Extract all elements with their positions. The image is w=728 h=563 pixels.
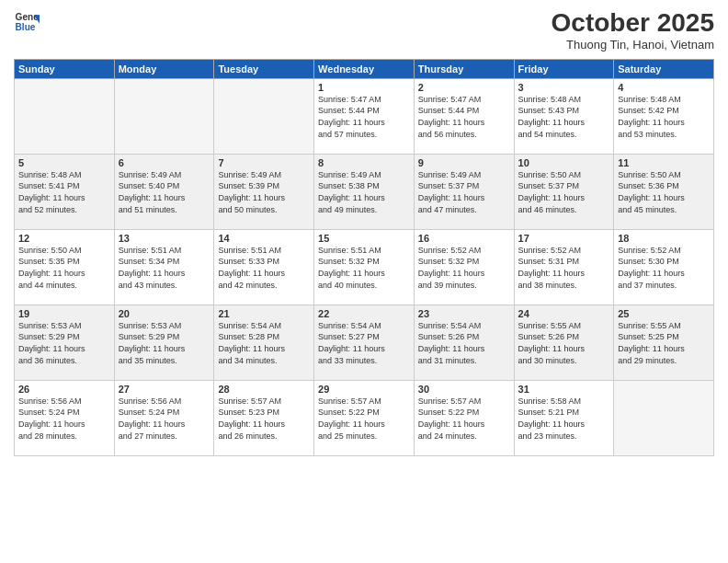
table-row: 4Sunrise: 5:48 AM Sunset: 5:42 PM Daylig…: [614, 78, 714, 154]
day-info: Sunrise: 5:55 AM Sunset: 5:26 PM Dayligh…: [518, 320, 610, 366]
table-row: 9Sunrise: 5:49 AM Sunset: 5:37 PM Daylig…: [414, 154, 514, 229]
table-row: [15, 78, 115, 154]
day-info: Sunrise: 5:51 AM Sunset: 5:34 PM Dayligh…: [119, 245, 210, 291]
table-row: 19Sunrise: 5:53 AM Sunset: 5:29 PM Dayli…: [15, 304, 115, 380]
day-info: Sunrise: 5:54 AM Sunset: 5:27 PM Dayligh…: [318, 320, 410, 366]
title-block: October 2025 Thuong Tin, Hanoi, Vietnam: [552, 9, 714, 52]
svg-text:Blue: Blue: [16, 22, 36, 32]
day-number: 13: [119, 233, 210, 244]
table-row: 22Sunrise: 5:54 AM Sunset: 5:27 PM Dayli…: [314, 304, 415, 380]
calendar-week-row: 26Sunrise: 5:56 AM Sunset: 5:24 PM Dayli…: [15, 380, 714, 455]
day-number: 22: [318, 308, 410, 319]
col-friday: Friday: [514, 59, 614, 78]
day-info: Sunrise: 5:54 AM Sunset: 5:28 PM Dayligh…: [218, 320, 310, 366]
table-row: [614, 380, 714, 455]
day-info: Sunrise: 5:57 AM Sunset: 5:22 PM Dayligh…: [318, 396, 410, 442]
day-info: Sunrise: 5:47 AM Sunset: 5:44 PM Dayligh…: [318, 94, 410, 140]
day-number: 6: [119, 157, 210, 168]
day-number: 31: [518, 384, 610, 395]
table-row: 13Sunrise: 5:51 AM Sunset: 5:34 PM Dayli…: [114, 229, 214, 304]
calendar-table: Sunday Monday Tuesday Wednesday Thursday…: [14, 59, 714, 456]
day-number: 8: [318, 157, 410, 168]
day-number: 23: [418, 308, 510, 319]
day-number: 26: [18, 384, 110, 395]
col-thursday: Thursday: [414, 59, 514, 78]
col-monday: Monday: [114, 59, 214, 78]
table-row: 21Sunrise: 5:54 AM Sunset: 5:28 PM Dayli…: [214, 304, 314, 380]
day-number: 30: [418, 384, 510, 395]
day-number: 20: [119, 308, 210, 319]
table-row: 17Sunrise: 5:52 AM Sunset: 5:31 PM Dayli…: [514, 229, 614, 304]
table-row: 28Sunrise: 5:57 AM Sunset: 5:23 PM Dayli…: [214, 380, 314, 455]
table-row: 30Sunrise: 5:57 AM Sunset: 5:22 PM Dayli…: [414, 380, 514, 455]
table-row: 8Sunrise: 5:49 AM Sunset: 5:38 PM Daylig…: [314, 154, 415, 229]
logo-icon: General Blue: [14, 9, 40, 35]
table-row: [114, 78, 214, 154]
day-info: Sunrise: 5:48 AM Sunset: 5:42 PM Dayligh…: [618, 94, 710, 140]
day-info: Sunrise: 5:49 AM Sunset: 5:38 PM Dayligh…: [318, 169, 410, 215]
day-number: 21: [218, 308, 310, 319]
table-row: 12Sunrise: 5:50 AM Sunset: 5:35 PM Dayli…: [15, 229, 115, 304]
day-info: Sunrise: 5:50 AM Sunset: 5:37 PM Dayligh…: [518, 169, 610, 215]
table-row: 31Sunrise: 5:58 AM Sunset: 5:21 PM Dayli…: [514, 380, 614, 455]
calendar-week-row: 19Sunrise: 5:53 AM Sunset: 5:29 PM Dayli…: [15, 304, 714, 380]
table-row: 29Sunrise: 5:57 AM Sunset: 5:22 PM Dayli…: [314, 380, 415, 455]
table-row: 25Sunrise: 5:55 AM Sunset: 5:25 PM Dayli…: [614, 304, 714, 380]
day-info: Sunrise: 5:52 AM Sunset: 5:31 PM Dayligh…: [518, 245, 610, 291]
day-number: 1: [318, 82, 410, 93]
table-row: 6Sunrise: 5:49 AM Sunset: 5:40 PM Daylig…: [114, 154, 214, 229]
page: General Blue October 2025 Thuong Tin, Ha…: [0, 0, 728, 563]
day-number: 16: [418, 233, 510, 244]
calendar-header-row: Sunday Monday Tuesday Wednesday Thursday…: [15, 59, 714, 78]
day-info: Sunrise: 5:53 AM Sunset: 5:29 PM Dayligh…: [119, 320, 210, 366]
day-number: 11: [618, 157, 710, 168]
day-info: Sunrise: 5:52 AM Sunset: 5:30 PM Dayligh…: [618, 245, 710, 291]
day-info: Sunrise: 5:49 AM Sunset: 5:37 PM Dayligh…: [418, 169, 510, 215]
calendar-week-row: 5Sunrise: 5:48 AM Sunset: 5:41 PM Daylig…: [15, 154, 714, 229]
table-row: 10Sunrise: 5:50 AM Sunset: 5:37 PM Dayli…: [514, 154, 614, 229]
day-number: 29: [318, 384, 410, 395]
table-row: 20Sunrise: 5:53 AM Sunset: 5:29 PM Dayli…: [114, 304, 214, 380]
table-row: 1Sunrise: 5:47 AM Sunset: 5:44 PM Daylig…: [314, 78, 415, 154]
table-row: 3Sunrise: 5:48 AM Sunset: 5:43 PM Daylig…: [514, 78, 614, 154]
table-row: 18Sunrise: 5:52 AM Sunset: 5:30 PM Dayli…: [614, 229, 714, 304]
day-info: Sunrise: 5:50 AM Sunset: 5:36 PM Dayligh…: [618, 169, 710, 215]
day-number: 4: [618, 82, 710, 93]
day-number: 9: [418, 157, 510, 168]
day-info: Sunrise: 5:56 AM Sunset: 5:24 PM Dayligh…: [119, 396, 210, 442]
day-number: 19: [18, 308, 110, 319]
table-row: 26Sunrise: 5:56 AM Sunset: 5:24 PM Dayli…: [15, 380, 115, 455]
day-info: Sunrise: 5:48 AM Sunset: 5:41 PM Dayligh…: [18, 169, 110, 215]
day-info: Sunrise: 5:55 AM Sunset: 5:25 PM Dayligh…: [618, 320, 710, 366]
day-number: 7: [218, 157, 310, 168]
day-info: Sunrise: 5:49 AM Sunset: 5:40 PM Dayligh…: [119, 169, 210, 215]
day-number: 24: [518, 308, 610, 319]
table-row: 7Sunrise: 5:49 AM Sunset: 5:39 PM Daylig…: [214, 154, 314, 229]
day-info: Sunrise: 5:51 AM Sunset: 5:33 PM Dayligh…: [218, 245, 310, 291]
day-number: 14: [218, 233, 310, 244]
header: General Blue October 2025 Thuong Tin, Ha…: [14, 9, 714, 52]
col-wednesday: Wednesday: [314, 59, 415, 78]
day-info: Sunrise: 5:49 AM Sunset: 5:39 PM Dayligh…: [218, 169, 310, 215]
day-number: 12: [18, 233, 110, 244]
day-info: Sunrise: 5:51 AM Sunset: 5:32 PM Dayligh…: [318, 245, 410, 291]
table-row: 11Sunrise: 5:50 AM Sunset: 5:36 PM Dayli…: [614, 154, 714, 229]
day-number: 17: [518, 233, 610, 244]
day-info: Sunrise: 5:48 AM Sunset: 5:43 PM Dayligh…: [518, 94, 610, 140]
table-row: 2Sunrise: 5:47 AM Sunset: 5:44 PM Daylig…: [414, 78, 514, 154]
day-info: Sunrise: 5:58 AM Sunset: 5:21 PM Dayligh…: [518, 396, 610, 442]
day-info: Sunrise: 5:52 AM Sunset: 5:32 PM Dayligh…: [418, 245, 510, 291]
day-info: Sunrise: 5:53 AM Sunset: 5:29 PM Dayligh…: [18, 320, 110, 366]
day-number: 10: [518, 157, 610, 168]
day-info: Sunrise: 5:57 AM Sunset: 5:23 PM Dayligh…: [218, 396, 310, 442]
col-sunday: Sunday: [15, 59, 115, 78]
month-title: October 2025: [552, 9, 714, 38]
day-number: 2: [418, 82, 510, 93]
day-number: 15: [318, 233, 410, 244]
calendar-week-row: 12Sunrise: 5:50 AM Sunset: 5:35 PM Dayli…: [15, 229, 714, 304]
day-number: 28: [218, 384, 310, 395]
col-saturday: Saturday: [614, 59, 714, 78]
day-number: 3: [518, 82, 610, 93]
table-row: 16Sunrise: 5:52 AM Sunset: 5:32 PM Dayli…: [414, 229, 514, 304]
col-tuesday: Tuesday: [214, 59, 314, 78]
